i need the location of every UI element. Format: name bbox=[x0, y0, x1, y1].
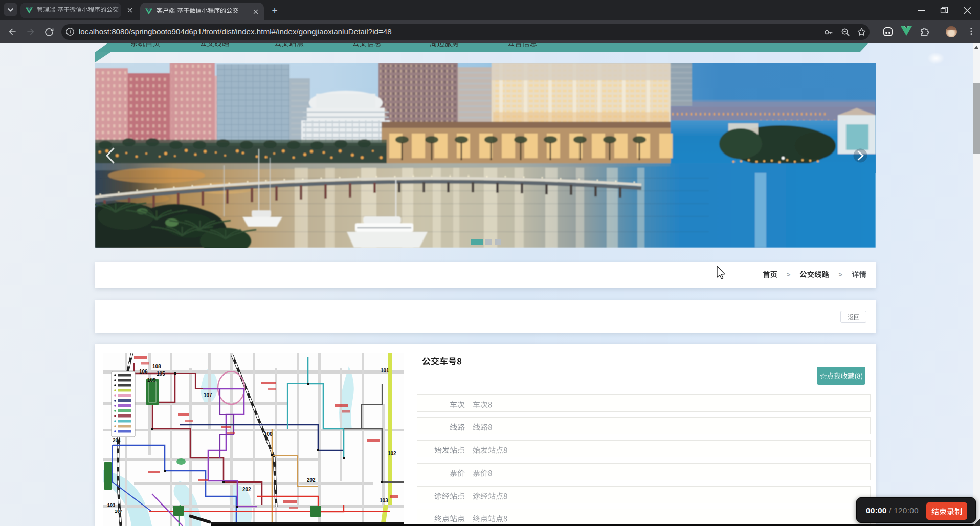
svg-text:202: 202 bbox=[242, 487, 251, 492]
svg-text:108: 108 bbox=[152, 364, 161, 369]
svg-text:100: 100 bbox=[264, 431, 273, 437]
svg-text:102: 102 bbox=[388, 451, 396, 456]
svg-text:107: 107 bbox=[115, 509, 122, 514]
svg-text:201: 201 bbox=[113, 437, 121, 443]
svg-text:202: 202 bbox=[307, 477, 316, 483]
svg-text:103: 103 bbox=[107, 502, 115, 508]
svg-text:105: 105 bbox=[157, 371, 165, 377]
svg-text:109: 109 bbox=[147, 377, 156, 383]
svg-text:107: 107 bbox=[204, 392, 212, 398]
svg-text:101: 101 bbox=[381, 368, 389, 374]
svg-text:106: 106 bbox=[139, 369, 148, 375]
svg-text:103: 103 bbox=[380, 498, 388, 503]
